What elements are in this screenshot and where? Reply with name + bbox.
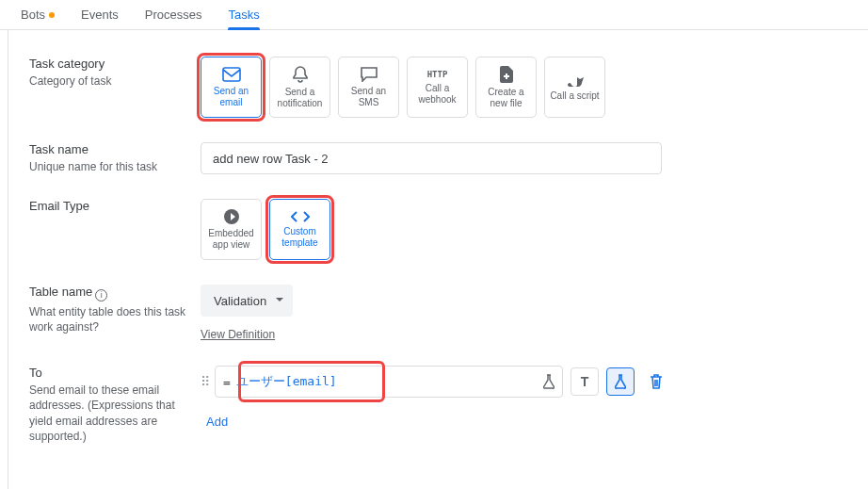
task-name-label: Task name: [29, 142, 191, 156]
cat-send-email-label: Send an email: [203, 86, 259, 107]
new-file-icon: [500, 66, 513, 83]
bots-indicator-dot: [49, 12, 55, 18]
add-button[interactable]: Add: [201, 405, 233, 438]
top-tabs: Bots Events Processes Tasks: [0, 0, 868, 30]
cat-create-file-label: Create a new file: [478, 87, 534, 108]
view-definition-link[interactable]: View Definition: [201, 328, 275, 341]
task-category-desc: Category of task: [29, 73, 191, 89]
sms-icon: [361, 67, 378, 82]
delete-button[interactable]: [642, 367, 670, 396]
table-name-select[interactable]: Validation: [201, 285, 293, 317]
cat-call-webhook-label: Call a webhook: [410, 83, 465, 105]
task-name-desc: Unique name for this task: [29, 159, 191, 174]
cat-call-script[interactable]: Call a script: [544, 57, 605, 118]
to-expression-input[interactable]: = ユーザー[email]: [215, 366, 563, 398]
info-icon[interactable]: i: [95, 289, 107, 302]
email-type-embedded[interactable]: Embedded app view: [201, 199, 262, 260]
cat-send-email[interactable]: Send an email: [201, 57, 262, 118]
cat-send-notification-label: Send a notification: [272, 87, 328, 108]
cat-send-notification[interactable]: Send a notification: [269, 57, 330, 118]
test-expression-icon[interactable]: [543, 374, 555, 389]
email-type-label: Email Type: [29, 199, 191, 213]
tab-processes[interactable]: Processes: [145, 0, 202, 30]
table-name-label: Table namei: [29, 285, 191, 302]
equals-sign: =: [223, 375, 231, 389]
to-label: To: [29, 366, 191, 380]
formula-mode-button[interactable]: [606, 367, 635, 396]
tab-bots-label: Bots: [21, 8, 45, 22]
cat-call-script-label: Call a script: [550, 90, 599, 102]
bell-icon: [293, 66, 308, 83]
form-content: Task category Category of task Send an e…: [8, 30, 868, 489]
cat-send-sms-label: Send an SMS: [341, 86, 396, 107]
to-desc: Send email to these email addresses. (Ex…: [29, 383, 191, 444]
code-icon: [291, 211, 310, 222]
drag-handle-icon[interactable]: ⠿: [201, 374, 207, 389]
cat-create-file[interactable]: Create a new file: [475, 57, 537, 118]
email-type-embedded-label: Embedded app view: [203, 228, 259, 250]
task-category-label: Task category: [29, 57, 191, 71]
http-icon: HTTP: [427, 70, 448, 79]
cat-call-webhook[interactable]: HTTP Call a webhook: [407, 57, 468, 118]
email-icon: [222, 67, 241, 82]
svg-rect-0: [223, 68, 240, 81]
task-name-input[interactable]: [201, 142, 662, 174]
tab-bots[interactable]: Bots: [21, 0, 55, 30]
script-icon: [567, 73, 584, 87]
tab-tasks[interactable]: Tasks: [228, 0, 259, 30]
table-name-desc: What entity table does this task work ag…: [29, 304, 191, 334]
email-type-custom-label: Custom template: [272, 226, 328, 248]
tab-events[interactable]: Events: [81, 0, 119, 30]
text-mode-button[interactable]: T: [571, 367, 599, 396]
email-type-custom[interactable]: Custom template: [269, 199, 330, 260]
embedded-view-icon: [224, 209, 239, 224]
cat-send-sms[interactable]: Send an SMS: [338, 57, 399, 118]
to-expression-value: ユーザー[email]: [236, 373, 337, 390]
